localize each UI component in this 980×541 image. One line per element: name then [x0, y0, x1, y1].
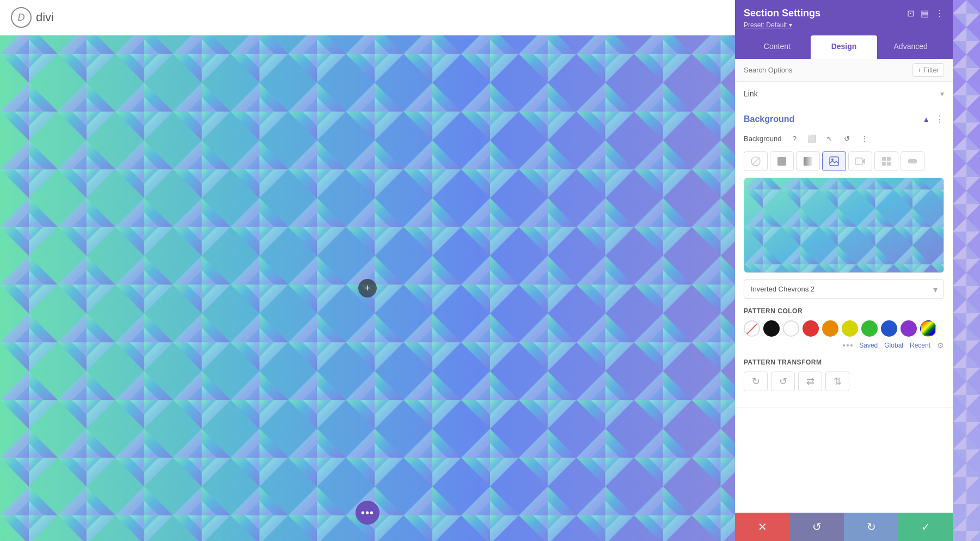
pattern-preview — [744, 178, 944, 273]
color-swatch-yellow[interactable] — [842, 320, 858, 337]
divi-logo-circle: D — [11, 7, 32, 28]
background-chevron-icon[interactable]: ▲ — [922, 115, 930, 124]
svg-rect-13 — [804, 157, 812, 166]
transform-flip-h-icon[interactable]: ⇄ — [798, 372, 822, 391]
bg-cursor-icon[interactable]: ↖ — [823, 132, 836, 145]
divi-logo-text: divi — [36, 10, 54, 25]
bg-reset-icon[interactable]: ↺ — [840, 132, 853, 145]
panel-content: Link ▾ Background ▲ ⋮ Background ? ⬜ ↖ ↺… — [735, 82, 953, 513]
preset-label[interactable]: Preset: Default ▾ — [744, 21, 944, 29]
reset-button[interactable]: ↺ — [789, 513, 844, 541]
bg-more-icon[interactable]: ⋮ — [857, 132, 871, 145]
svg-rect-14 — [830, 157, 838, 166]
more-icon[interactable]: ⋮ — [935, 8, 944, 19]
section-header: Background ▲ ⋮ — [744, 114, 944, 124]
bg-type-video[interactable] — [848, 151, 872, 171]
transform-rotate-cw-icon[interactable]: ↻ — [744, 372, 768, 391]
bottom-bar: ✕ ↺ ↻ ✓ — [735, 513, 953, 541]
pattern-select-wrapper: Inverted Chevrons 2 ▾ — [744, 279, 944, 299]
bg-type-pattern[interactable] — [874, 151, 898, 171]
color-settings-icon[interactable]: ⚙ — [937, 341, 944, 350]
save-button[interactable]: ✓ — [898, 513, 953, 541]
color-swatch-red[interactable] — [803, 320, 819, 337]
link-label: Link — [744, 89, 758, 98]
top-bar: D divi — [0, 0, 735, 35]
pattern-transform-label: Pattern Transform — [744, 358, 944, 366]
redo-button[interactable]: ↻ — [844, 513, 898, 541]
panel-header-icons: ⊡ ▤ ⋮ — [907, 8, 944, 19]
bg-type-color[interactable] — [770, 151, 794, 171]
background-section-title: Background — [744, 114, 794, 124]
svg-rect-32 — [744, 178, 944, 272]
color-swatches — [744, 320, 944, 337]
color-tabs: Saved Global Recent ⚙ — [744, 341, 944, 350]
bg-type-none[interactable] — [744, 151, 768, 171]
color-swatch-orange[interactable] — [822, 320, 838, 337]
bg-label: Background — [744, 135, 781, 143]
pattern-canvas: + ••• — [0, 35, 735, 541]
color-swatch-rainbow[interactable] — [920, 320, 936, 337]
color-swatch-purple[interactable] — [901, 320, 917, 337]
panel-tabs: Content Design Advanced — [744, 35, 944, 59]
link-section[interactable]: Link ▾ — [735, 82, 953, 106]
svg-rect-38 — [953, 0, 980, 541]
panel-header: Section Settings ⊡ ▤ ⋮ Preset: Default ▾… — [735, 0, 953, 59]
divi-logo: D divi — [11, 7, 54, 28]
section-options-button[interactable]: ••• — [356, 501, 379, 525]
transform-controls: ↻ ↺ ⇄ ⇅ — [744, 372, 944, 391]
svg-rect-12 — [777, 157, 786, 166]
bg-controls: Background ? ⬜ ↖ ↺ ⋮ — [744, 132, 944, 145]
bg-help-icon[interactable]: ? — [788, 132, 801, 145]
section-header-right: ▲ ⋮ — [922, 114, 944, 124]
background-section: Background ▲ ⋮ Background ? ⬜ ↖ ↺ ⋮ — [735, 106, 953, 408]
pattern-color-section: Pattern Color Sav — [744, 307, 944, 350]
panel-title: Section Settings — [744, 8, 820, 19]
filter-button[interactable]: + Filter — [912, 63, 944, 77]
panel-header-top: Section Settings ⊡ ▤ ⋮ — [744, 8, 944, 19]
bg-type-image[interactable] — [822, 151, 846, 171]
color-swatch-green[interactable] — [861, 320, 878, 337]
tab-design[interactable]: Design — [811, 35, 878, 59]
color-tab-global[interactable]: Global — [884, 342, 903, 349]
color-tab-recent[interactable]: Recent — [910, 342, 930, 349]
tab-content[interactable]: Content — [744, 35, 811, 59]
bg-mobile-icon[interactable]: ⬜ — [805, 132, 818, 145]
cancel-button[interactable]: ✕ — [735, 513, 789, 541]
pattern-select[interactable]: Inverted Chevrons 2 — [744, 279, 944, 299]
layout-icon[interactable]: ▤ — [921, 8, 929, 19]
color-swatch-blue[interactable] — [881, 320, 897, 337]
color-swatch-black[interactable] — [763, 320, 780, 337]
add-section-button[interactable]: + — [358, 279, 377, 297]
svg-line-11 — [752, 157, 759, 165]
pattern-transform-section: Pattern Transform ↻ ↺ ⇄ ⇅ — [744, 358, 944, 391]
svg-rect-16 — [855, 158, 862, 165]
svg-rect-19 — [887, 157, 891, 161]
color-tab-saved[interactable]: Saved — [859, 342, 878, 349]
svg-rect-18 — [882, 157, 886, 161]
color-more-dots[interactable] — [843, 344, 853, 347]
right-edge-decoration — [953, 0, 980, 541]
pattern-color-label: Pattern Color — [744, 307, 944, 315]
tab-advanced[interactable]: Advanced — [877, 35, 944, 59]
color-swatch-white[interactable] — [783, 320, 799, 337]
bg-type-mask[interactable] — [901, 151, 924, 171]
bg-type-gradient[interactable] — [796, 151, 820, 171]
transform-rotate-ccw-icon[interactable]: ↺ — [771, 372, 795, 391]
search-bar: + Filter — [735, 59, 953, 82]
screenshot-icon[interactable]: ⊡ — [907, 8, 914, 19]
svg-rect-20 — [882, 162, 886, 166]
svg-rect-22 — [908, 159, 917, 163]
transform-flip-v-icon[interactable]: ⇅ — [825, 372, 849, 391]
color-swatch-transparent[interactable] — [744, 320, 760, 337]
bg-type-tabs — [744, 151, 944, 171]
search-input[interactable] — [744, 66, 908, 74]
right-panel: Section Settings ⊡ ▤ ⋮ Preset: Default ▾… — [735, 0, 953, 541]
link-chevron-icon: ▾ — [940, 89, 944, 98]
main-canvas: D divi — [0, 0, 735, 541]
background-options-icon[interactable]: ⋮ — [935, 114, 944, 124]
svg-rect-21 — [887, 162, 891, 166]
